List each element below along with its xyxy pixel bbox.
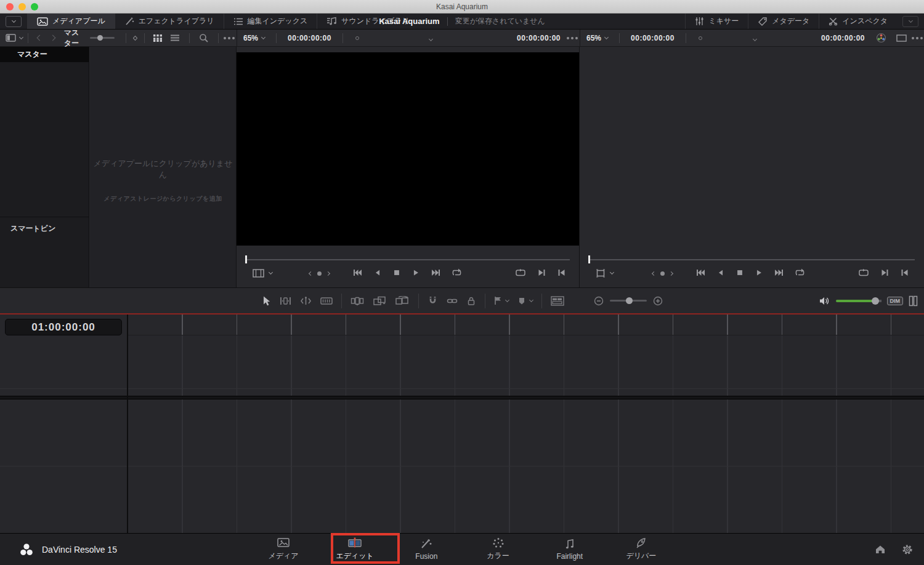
overwrite-clip-button[interactable]	[373, 296, 386, 306]
timeline-playhead-timecode[interactable]: 00:00:00:00	[815, 34, 871, 42]
smart-bins-section[interactable]: スマートビン	[0, 217, 89, 234]
loop-clip-button[interactable]	[515, 268, 526, 278]
timeline-panel[interactable]: 01:00:00:00	[0, 315, 924, 533]
source-scrubber[interactable]	[246, 259, 570, 260]
timeline-display-mode-button[interactable]	[596, 269, 614, 278]
slider-knob[interactable]	[872, 297, 879, 305]
page-fusion[interactable]: Fusion	[407, 539, 446, 561]
speaker-icon[interactable]	[819, 296, 830, 306]
trim-edit-mode-button[interactable]	[280, 296, 291, 306]
loop-playback-button[interactable]	[452, 268, 462, 278]
play-to-end-button[interactable]	[880, 268, 890, 278]
chevron-down-icon[interactable]	[505, 297, 509, 302]
selection-mode-button[interactable]	[261, 295, 271, 307]
timeline-viewer-options-button[interactable]	[912, 37, 924, 39]
skip-to-start-button[interactable]	[352, 268, 363, 278]
dim-button[interactable]: DIM	[887, 297, 904, 305]
bin-forward-button[interactable]	[46, 36, 59, 40]
timeline-view-options-button[interactable]	[551, 296, 564, 306]
zoom-window-button[interactable]	[31, 3, 38, 10]
skip-to-end-button[interactable]	[431, 268, 441, 278]
jog-control[interactable]	[309, 271, 330, 276]
list-view-button[interactable]	[166, 34, 184, 41]
source-playhead-timecode[interactable]: 00:00:00:00	[511, 34, 567, 42]
play-button[interactable]	[755, 268, 763, 278]
zoom-out-button[interactable]	[594, 296, 604, 306]
flag-button[interactable]	[494, 296, 509, 305]
panel-divider[interactable]	[579, 47, 580, 287]
skip-to-start-button[interactable]	[695, 268, 706, 278]
volume-slider[interactable]	[836, 300, 881, 302]
page-deliver[interactable]: デリバー	[622, 537, 661, 561]
media-pool-clips-area[interactable]: メディアプールにクリップがありません メディアストレージからクリップを追加	[90, 47, 236, 287]
replace-clip-button[interactable]	[395, 296, 410, 306]
tab-sound-library[interactable]: サウンドライブラリ	[317, 14, 419, 29]
color-grade-button[interactable]	[871, 33, 891, 43]
tab-media-pool[interactable]: メディアプール	[27, 14, 115, 29]
panel-divider[interactable]	[236, 47, 237, 287]
video-audio-divider[interactable]	[0, 396, 924, 399]
step-back-button[interactable]	[373, 268, 382, 278]
timeline-viewer-playhead[interactable]	[588, 255, 590, 263]
timeline-zoom-slider[interactable]	[610, 300, 647, 302]
source-viewer-canvas[interactable]	[237, 52, 579, 246]
snapping-button[interactable]	[428, 295, 438, 306]
source-viewer-options-button[interactable]	[567, 37, 579, 39]
dynamic-trim-mode-button[interactable]	[300, 296, 312, 306]
jog-control[interactable]	[652, 271, 673, 276]
current-bin-label[interactable]: マスター	[64, 28, 84, 49]
source-display-mode-button[interactable]	[253, 269, 272, 278]
timeline-tracks-area[interactable]	[128, 335, 924, 533]
bin-item-master[interactable]: マスター	[0, 47, 89, 62]
stop-button[interactable]	[736, 268, 744, 278]
minimize-window-button[interactable]	[18, 3, 26, 10]
page-fairlight[interactable]: Fairlight	[550, 539, 590, 561]
tab-edit-index[interactable]: 編集インデックス	[224, 14, 317, 29]
media-pool-options-button[interactable]	[224, 37, 236, 39]
stop-button[interactable]	[392, 268, 401, 278]
source-playhead[interactable]	[245, 255, 247, 263]
timeline-timecode[interactable]: 01:00:00:00	[5, 319, 122, 335]
insert-clip-button[interactable]	[351, 296, 364, 306]
source-zoom-select[interactable]: 65%	[237, 34, 271, 42]
razor-edit-mode-button[interactable]	[320, 297, 333, 305]
source-clip-duration[interactable]: 00:00:00:00	[282, 34, 338, 42]
page-media[interactable]: メディア	[264, 537, 303, 561]
timeline-ruler[interactable]	[128, 315, 924, 335]
linked-selection-button[interactable]	[447, 297, 458, 305]
step-back-button[interactable]	[716, 268, 725, 278]
loop-clip-button[interactable]	[858, 268, 869, 278]
zoom-in-button[interactable]	[653, 296, 663, 306]
slider-knob[interactable]	[626, 297, 633, 304]
bin-back-button[interactable]	[33, 36, 46, 40]
timeline-viewer-scrubber[interactable]	[589, 259, 915, 260]
marker-button[interactable]	[517, 297, 533, 305]
play-to-end-button[interactable]	[537, 268, 546, 278]
timeline-zoom-select[interactable]: 65%	[580, 34, 614, 42]
tab-mixer[interactable]: ミキサー	[685, 14, 748, 29]
thumbnail-size-slider[interactable]	[90, 37, 115, 39]
play-from-start-button[interactable]	[557, 268, 567, 278]
thumbnail-view-button[interactable]	[150, 34, 166, 42]
close-window-button[interactable]	[6, 3, 14, 10]
source-clip-dropdown[interactable]	[348, 30, 511, 46]
audio-meters-toggle[interactable]	[909, 295, 918, 307]
bin-list-toggle-button[interactable]	[6, 34, 23, 42]
tab-effects-library[interactable]: エフェクトライブラリ	[115, 14, 224, 29]
fullscreen-viewer-button[interactable]	[891, 34, 912, 42]
settings-gear-button[interactable]	[902, 544, 913, 555]
loop-playback-button[interactable]	[795, 268, 805, 278]
play-button[interactable]	[411, 268, 420, 278]
timeline-clip-duration[interactable]: 00:00:00:00	[625, 34, 681, 42]
track-header-divider[interactable]	[127, 315, 128, 533]
search-button[interactable]	[194, 33, 213, 42]
layout-preset-left-button[interactable]	[6, 16, 22, 27]
tab-metadata[interactable]: メタデータ	[748, 14, 819, 29]
position-lock-button[interactable]	[466, 296, 476, 306]
slider-knob[interactable]	[97, 35, 103, 41]
project-manager-home-button[interactable]	[875, 544, 886, 555]
page-color[interactable]: カラー	[479, 537, 518, 561]
layout-preset-right-button[interactable]	[902, 16, 918, 27]
timeline-select-dropdown[interactable]	[691, 30, 815, 46]
skip-to-end-button[interactable]	[774, 268, 784, 278]
